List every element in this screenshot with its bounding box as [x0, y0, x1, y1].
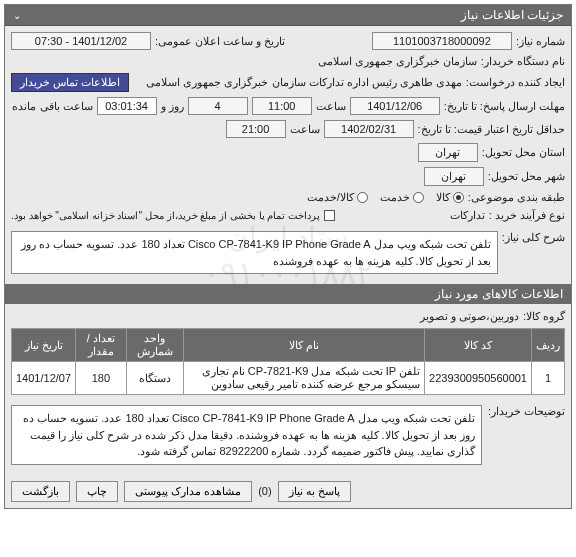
buy-type-value: تدارکات [450, 209, 485, 222]
radio-goods[interactable]: کالا [436, 191, 464, 204]
radio-both[interactable]: کالا/خدمت [307, 191, 368, 204]
announce-label: تاریخ و ساعت اعلان عمومی: [155, 35, 285, 48]
province-label: استان محل تحویل: [482, 146, 565, 159]
view-attachments-button[interactable]: مشاهده مدارک پیوستی [124, 481, 252, 502]
need-no-value: 1101003718000092 [372, 32, 512, 50]
chevron-down-icon[interactable]: ⌄ [13, 10, 21, 21]
table-header-row: ردیف کد کالا نام کالا واحد شمارش تعداد /… [12, 329, 565, 362]
countdown: 03:01:34 [97, 97, 157, 115]
need-desc-value: تلفن تحت شبکه ویپ مدل Cisco CP-7841-K9 I… [11, 231, 498, 274]
city-label: شهر محل تحویل: [488, 170, 565, 183]
radio-icon [453, 192, 464, 203]
province-value: تهران [418, 143, 478, 162]
validity-label: حداقل تاریخ اعتبار قیمت: تا تاریخ: [418, 123, 565, 136]
buyer-notes-value: تلفن تحت شبکه ویپ مدل Cisco CP-7841-K9 I… [11, 405, 482, 465]
need-desc-label: شرح کلی نیاز: [502, 227, 565, 278]
supply-type-label: طبقه بندی موضوعی: [468, 191, 565, 204]
buyer-label: نام دستگاه خریدار: [481, 55, 565, 68]
back-button[interactable]: بازگشت [11, 481, 70, 502]
checkbox-icon[interactable] [324, 210, 335, 221]
creator-value: مهدی طاهری رئیس اداره تدارکات سازمان خبر… [133, 76, 462, 89]
group-value: دوربین،صوتی و تصویر [420, 310, 519, 323]
deadline-date: 1401/12/06 [350, 97, 440, 115]
button-bar: پاسخ به نیاز (0) مشاهده مدارک پیوستی چاپ… [5, 475, 571, 508]
need-no-label: شماره نیاز: [516, 35, 565, 48]
panel-title: جزئیات اطلاعات نیاز [461, 8, 563, 22]
radio-icon [413, 192, 424, 203]
validity-time: 21:00 [226, 120, 286, 138]
buyer-notes-label: توضیحات خریدار: [488, 401, 565, 418]
panel-body: ستاد ایران ۰۹۱۰۰۰۱۸۸۲ شماره نیاز: 110100… [5, 26, 571, 475]
contact-button[interactable]: اطلاعات تماس خریدار [11, 73, 129, 92]
city-value: تهران [424, 167, 484, 186]
print-button[interactable]: چاپ [76, 481, 118, 502]
buy-type-label: نوع فرآیند خرید : [489, 209, 565, 222]
supply-type-radios: کالا خدمت کالا/خدمت [307, 191, 464, 204]
group-label: گروه کالا: [523, 310, 565, 323]
items-table: ردیف کد کالا نام کالا واحد شمارش تعداد /… [11, 328, 565, 395]
validity-date: 1402/02/31 [324, 120, 414, 138]
table-row[interactable]: 1 2239300950560001 تلفن IP تحت شبکه مدل … [12, 362, 565, 395]
deadline-time: 11:00 [252, 97, 312, 115]
buyer-value: سازمان خبرگزاری جمهوری اسلامی [318, 55, 477, 68]
creator-label: ایجاد کننده درخواست: [466, 76, 565, 89]
days-value: 4 [188, 97, 248, 115]
reply-button[interactable]: پاسخ به نیاز [278, 481, 351, 502]
radio-service[interactable]: خدمت [380, 191, 424, 204]
radio-icon [357, 192, 368, 203]
items-section-title: اطلاعات کالاهای مورد نیاز [5, 284, 571, 304]
pay-note: پرداخت تمام یا بخشی از مبلغ خرید،از محل … [11, 210, 320, 221]
announce-value: 1401/12/02 - 07:30 [11, 32, 151, 50]
deadline-label: مهلت ارسال پاسخ: تا تاریخ: [444, 100, 565, 113]
details-panel: جزئیات اطلاعات نیاز ⌄ ستاد ایران ۰۹۱۰۰۰۱… [4, 4, 572, 509]
panel-header[interactable]: جزئیات اطلاعات نیاز ⌄ [5, 5, 571, 26]
attach-count: (0) [258, 485, 271, 497]
